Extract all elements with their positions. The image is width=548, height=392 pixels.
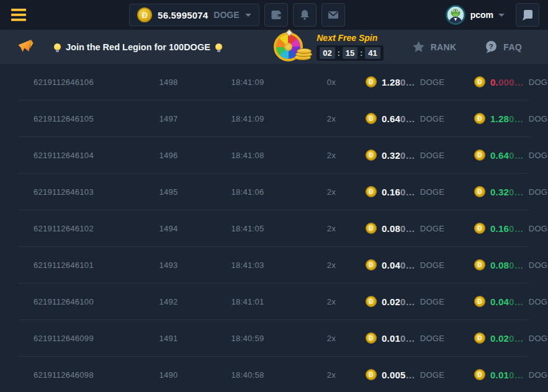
doge-coin-icon: Đ (366, 296, 377, 307)
bet-value: 0.160… (382, 187, 415, 197)
timer-separator: : (338, 49, 340, 58)
currency-label: DOGE (420, 224, 444, 233)
bet-amount: Đ 0.020… DOGE (366, 296, 462, 307)
bet-value: 0.040… (382, 260, 415, 270)
timer-seconds: 41 (365, 47, 380, 59)
bet-value: 0.010… (382, 333, 415, 344)
payout-multiplier: 2x (297, 334, 366, 343)
chat-toggle-button[interactable] (516, 3, 539, 27)
currency-label: DOGE (529, 334, 548, 343)
coins-icon (294, 50, 313, 60)
balance-selector[interactable]: Đ 56.5995074 DOGE (129, 4, 259, 26)
doge-coin-icon: Đ (366, 223, 377, 234)
doge-coin-icon: Đ (474, 76, 485, 87)
bet-value: 1.280… (382, 77, 415, 87)
announcement[interactable]: Join the Red Legion for 100DOGE (54, 42, 222, 52)
profit-value: 0.640… (490, 150, 524, 161)
doge-coin-icon: Đ (366, 149, 377, 161)
avatar (446, 5, 465, 25)
notifications-button[interactable] (293, 3, 317, 27)
table-row[interactable]: 6219112646106 1498 18:41:09 0x Đ 1.280… … (19, 64, 529, 100)
profit-amount: Đ 0.040… DOGE (462, 296, 548, 307)
bet-value: 0.005… (382, 370, 415, 380)
bet-time: 18:40:59 (198, 334, 297, 343)
profit-amount: Đ 0.640… DOGE (462, 149, 548, 161)
announcement-bar-actions: Next Free Spin 02 : 15 : 41 RANK ? (274, 32, 531, 61)
bet-time: 18:41:03 (198, 261, 297, 270)
currency-label: DOGE (529, 78, 548, 87)
round-number: 1495 (139, 187, 198, 197)
rank-label: RANK (431, 42, 457, 52)
round-number: 1490 (139, 370, 198, 380)
bet-amount: Đ 0.640… DOGE (366, 113, 462, 124)
chat-bubble-icon (521, 9, 534, 21)
balance-currency: DOGE (213, 10, 239, 20)
currency-label: DOGE (529, 224, 548, 233)
timer-separator: : (360, 49, 362, 58)
table-row[interactable]: 6219112646102 1494 18:41:05 2x Đ 0.080… … (19, 210, 529, 247)
doge-coin-icon: Đ (366, 186, 377, 197)
doge-coin-icon: Đ (366, 113, 377, 124)
payout-multiplier: 2x (297, 187, 366, 197)
timer-hours: 02 (320, 47, 335, 59)
bets-table: 6219112646106 1498 18:41:09 0x Đ 1.280… … (19, 64, 529, 392)
profit-value: 0.020… (490, 333, 524, 344)
currency-label: DOGE (529, 370, 548, 380)
profit-amount: Đ 0.160… DOGE (462, 223, 548, 234)
bet-time: 18:41:05 (198, 224, 297, 233)
next-free-spin-label: Next Free Spin (317, 33, 383, 43)
table-row[interactable]: 6219112646101 1493 18:41:03 2x Đ 0.040… … (19, 247, 529, 283)
chevron-down-icon (245, 14, 251, 17)
messages-button[interactable] (321, 3, 345, 27)
profit-amount: Đ 0.080… DOGE (462, 259, 548, 270)
doge-coin-icon: Đ (366, 259, 377, 270)
profit-value: 0.000… (490, 77, 524, 87)
megaphone-icon[interactable] (17, 39, 34, 55)
payout-multiplier: 0x (297, 78, 366, 87)
chevron-down-icon (498, 14, 505, 17)
currency-label: DOGE (529, 151, 548, 160)
profit-value: 0.010… (490, 370, 524, 380)
profit-amount: Đ 0.320… DOGE (462, 186, 548, 197)
bet-id: 6219112646099 (34, 334, 139, 343)
nav-rank[interactable]: RANK (412, 40, 457, 53)
table-row[interactable]: 6219112646099 1491 18:40:59 2x Đ 0.010… … (19, 320, 529, 357)
bet-time: 18:41:09 (198, 114, 297, 123)
wallet-button[interactable] (264, 3, 288, 27)
hamburger-menu-icon[interactable] (9, 6, 29, 24)
doge-coin-icon: Đ (474, 186, 485, 197)
table-row[interactable]: 6219112646098 1490 18:40:58 2x Đ 0.005… … (19, 357, 529, 392)
profit-amount: Đ 0.010… DOGE (462, 369, 548, 380)
doge-coin-icon: Đ (474, 113, 485, 124)
timer-minutes: 15 (343, 47, 357, 59)
bet-id: 6219112646101 (34, 261, 139, 270)
user-menu[interactable]: pcom (446, 5, 505, 25)
bet-id: 6219112646105 (34, 114, 139, 123)
table-row[interactable]: 6219112646104 1496 18:41:08 2x Đ 0.320… … (19, 137, 529, 174)
doge-coin-icon: Đ (474, 149, 485, 161)
currency-label: DOGE (420, 297, 444, 306)
nav-faq[interactable]: ? FAQ (485, 40, 522, 53)
bet-value: 0.640… (382, 114, 415, 124)
table-row[interactable]: 6219112646100 1492 18:41:01 2x Đ 0.020… … (19, 283, 529, 320)
bet-time: 18:40:58 (198, 370, 297, 380)
profit-amount: Đ 0.000… DOGE (462, 76, 548, 87)
currency-label: DOGE (529, 261, 548, 270)
payout-multiplier: 2x (297, 370, 366, 380)
spin-info: Next Free Spin 02 : 15 : 41 (317, 33, 383, 61)
bet-time: 18:41:08 (198, 151, 297, 160)
wallet-icon (270, 9, 282, 21)
doge-coin-icon: Đ (474, 259, 485, 270)
question-mark-icon: ? (485, 40, 498, 53)
free-spin-widget[interactable]: Next Free Spin 02 : 15 : 41 (274, 32, 383, 61)
bet-time: 18:41:06 (198, 187, 297, 197)
table-row[interactable]: 6219112646105 1497 18:41:09 2x Đ 0.640… … (19, 100, 529, 137)
payout-multiplier: 2x (297, 114, 366, 123)
round-number: 1493 (139, 261, 198, 270)
round-number: 1494 (139, 224, 198, 233)
bet-amount: Đ 0.040… DOGE (366, 259, 462, 270)
payout-multiplier: 2x (297, 261, 366, 270)
profit-value: 1.280… (490, 114, 524, 124)
table-row[interactable]: 6219112646103 1495 18:41:06 2x Đ 0.160… … (19, 174, 529, 210)
bet-time: 18:41:01 (198, 297, 297, 306)
